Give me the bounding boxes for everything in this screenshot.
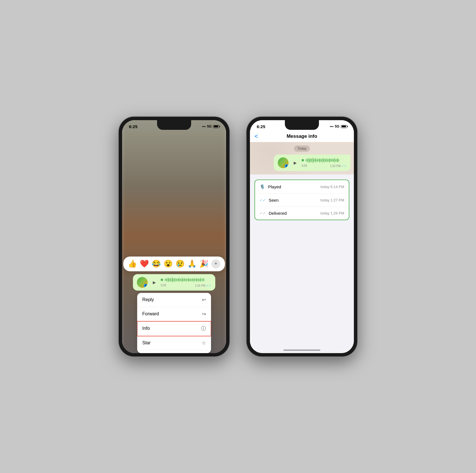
seen-row-left: ✓✓ Seen — [260, 198, 279, 203]
voice-message-bubble: 🎙 ▶ — [133, 274, 215, 291]
overlay-content: 👍 ❤️ 😂 😮 😢 🙏 🎉 + 🎙 ▶ — [122, 120, 226, 353]
waveform-right: 0:05 1:26 PM ✓✓ — [302, 157, 346, 168]
delivered-row: ✓✓ Delivered today 1:26 PM — [255, 207, 349, 220]
mic-icon-right: 🎙 — [285, 164, 289, 168]
voice-bubble-right: 🎙 ▶ — [274, 155, 350, 171]
avatar-right: 🎙 — [278, 157, 289, 168]
reply-icon: ↩ — [202, 297, 206, 303]
emoji-thumbsup[interactable]: 👍 — [128, 259, 137, 268]
chat-background: Today 🎙 ▶ — [250, 142, 354, 174]
menu-item-reply[interactable]: Reply ↩ — [137, 293, 211, 307]
read-receipt-right: ✓✓ — [341, 164, 346, 168]
emoji-reaction-bar[interactable]: 👍 ❤️ 😂 😮 😢 🙏 🎉 + — [123, 257, 225, 271]
played-time: today 6:14 PM — [320, 185, 344, 189]
network-type: 5G — [207, 124, 212, 128]
seen-icon: ✓✓ — [260, 198, 266, 202]
emoji-heart[interactable]: ❤️ — [140, 259, 149, 268]
play-button[interactable]: ▶ — [150, 278, 158, 287]
emoji-cry[interactable]: 😢 — [176, 259, 185, 268]
star-icon: ☆ — [202, 340, 206, 346]
seen-time: today 1:27 PM — [320, 198, 344, 202]
emoji-laugh[interactable]: 😂 — [152, 259, 161, 268]
seen-row: ✓✓ Seen today 1:27 PM — [255, 194, 349, 207]
waveform: 0:05 1:26 PM ✓✓ — [161, 277, 211, 287]
back-button[interactable]: < — [254, 133, 258, 140]
played-row-left: 🎙️ Played — [260, 184, 281, 189]
delivered-label: Delivered — [269, 211, 287, 216]
menu-item-info[interactable]: Info ⓘ — [137, 321, 211, 336]
today-label: Today — [294, 145, 310, 152]
forward-label: Forward — [142, 311, 159, 316]
network-type-right: 5G — [335, 124, 339, 128]
star-label: Star — [142, 340, 151, 345]
battery-icon-right — [341, 125, 347, 128]
play-button-right[interactable]: ▶ — [291, 159, 299, 167]
forward-icon: ↪ — [202, 311, 206, 317]
time-right: 6:25 — [257, 124, 265, 129]
emoji-party[interactable]: 🎉 — [199, 259, 208, 268]
mic-icon: 🎙 — [144, 284, 148, 288]
message-status-card: 🎙️ Played today 6:14 PM ✓✓ Seen today 1:… — [254, 180, 349, 220]
home-indicator-right — [283, 349, 320, 351]
voice-duration-left: 0:05 — [161, 284, 166, 287]
emoji-wow[interactable]: 😮 — [164, 259, 173, 268]
played-row: 🎙️ Played today 6:14 PM — [255, 180, 349, 194]
signal-bars-right: ▪▪▪ — [330, 124, 333, 128]
delivered-icon: ✓✓ — [260, 211, 266, 215]
context-menu: Reply ↩ Forward ↪ Info ⓘ Star ☆ Pin 📌 — [137, 293, 211, 353]
delivered-row-left: ✓✓ Delivered — [260, 211, 287, 216]
battery-icon — [213, 125, 219, 128]
played-label: Played — [268, 184, 281, 189]
status-icons-left: ▪▪▪ 5G — [202, 124, 219, 128]
info-icon: ⓘ — [201, 325, 206, 332]
delivered-time: today 1:26 PM — [320, 211, 344, 215]
info-label: Info — [142, 326, 150, 331]
notch-right — [285, 120, 319, 130]
voice-duration-right: 0:05 — [302, 164, 307, 168]
plus-icon: + — [214, 261, 218, 267]
time-left: 6:25 — [129, 124, 137, 129]
menu-item-star[interactable]: Star ☆ — [137, 336, 211, 350]
voice-time-right: 1:26 PM — [330, 164, 341, 168]
message-info-screen: 6:25 ▪▪▪ 5G < Message info Today — [250, 120, 354, 353]
today-badge: Today — [253, 145, 350, 152]
right-phone: 6:25 ▪▪▪ 5G < Message info Today — [247, 117, 357, 357]
voice-message-right: 🎙 ▶ — [253, 155, 350, 171]
nav-bar: < Message info — [250, 131, 354, 142]
emoji-pray[interactable]: 🙏 — [187, 259, 197, 268]
notch — [157, 120, 191, 130]
played-icon: 🎙️ — [260, 184, 265, 189]
avatar: 🎙 — [137, 277, 148, 288]
read-receipt-left: ✓✓ — [206, 284, 211, 287]
signal-icon: ▪▪▪ — [202, 124, 206, 128]
emoji-more-button[interactable]: + — [211, 259, 220, 268]
left-phone: 6:25 ▪▪▪ 5G 👍 ❤️ 😂 😮 😢 🙏 🎉 + — [119, 117, 229, 357]
menu-item-forward[interactable]: Forward ↪ — [137, 307, 211, 321]
status-icons-right: ▪▪▪ 5G — [330, 124, 347, 128]
voice-time-left: 1:26 PM — [195, 284, 205, 287]
seen-label: Seen — [269, 198, 279, 203]
menu-item-pin[interactable]: Pin 📌 — [137, 350, 211, 353]
nav-title: Message info — [287, 134, 317, 139]
info-sections: 🎙️ Played today 6:14 PM ✓✓ Seen today 1:… — [250, 174, 354, 353]
reply-label: Reply — [142, 297, 154, 302]
